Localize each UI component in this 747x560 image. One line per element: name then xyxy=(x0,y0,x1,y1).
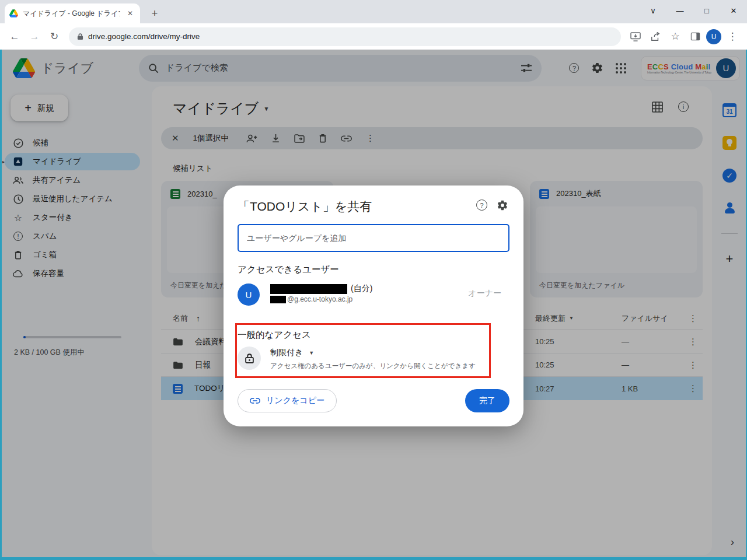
browser-tab[interactable]: マイドライブ - Google ドライブ ✕ xyxy=(5,4,140,23)
general-access-heading: 一般的なアクセス xyxy=(238,329,311,341)
redacted-email-prefix xyxy=(270,296,286,303)
share-dialog-title: 「TODOリスト」を共有 xyxy=(238,198,372,215)
forward-button[interactable]: → xyxy=(26,28,43,46)
install-app-icon[interactable] xyxy=(627,28,644,46)
capture-border-left xyxy=(0,50,2,560)
share-help-icon[interactable]: ? xyxy=(476,200,487,211)
reload-button[interactable]: ↻ xyxy=(46,28,63,46)
copy-link-label: リンクをコピー xyxy=(266,396,324,406)
drive-favicon xyxy=(9,9,18,18)
site-security-lock-icon xyxy=(77,33,83,40)
capture-border-bottom xyxy=(0,557,747,560)
people-with-access-heading: アクセスできるユーザー xyxy=(238,264,339,276)
browser-toolbar: ← → ↻ drive.google.com/drive/my-drive ☆ … xyxy=(0,23,747,50)
done-button[interactable]: 完了 xyxy=(465,389,509,412)
owner-avatar: U xyxy=(238,284,260,306)
close-window-button[interactable]: ✕ xyxy=(720,0,747,21)
lock-icon xyxy=(238,346,261,370)
chevron-down-icon: ▼ xyxy=(309,350,314,356)
browser-titlebar: マイドライブ - Google ドライブ ✕ + ∨ — □ ✕ xyxy=(0,0,747,23)
access-level-label: 制限付き xyxy=(270,348,303,358)
owner-self-label: (自分) xyxy=(351,284,372,294)
access-level-description: アクセス権のあるユーザーのみが、リンクから開くことができます xyxy=(270,362,476,370)
new-tab-button[interactable]: + xyxy=(147,6,162,21)
share-icon[interactable] xyxy=(647,28,664,46)
share-settings-gear-icon[interactable] xyxy=(497,200,508,211)
address-bar[interactable]: drive.google.com/drive/my-drive xyxy=(69,27,621,46)
bookmark-star-icon[interactable]: ☆ xyxy=(666,28,684,46)
maximize-button[interactable]: □ xyxy=(693,0,720,21)
minimize-button[interactable]: — xyxy=(666,0,693,21)
owner-role-label: オーナー xyxy=(468,288,501,299)
access-level-dropdown[interactable]: 制限付き ▼ xyxy=(270,348,314,358)
side-panel-icon[interactable] xyxy=(686,28,704,46)
browser-profile-avatar[interactable]: U xyxy=(706,29,721,44)
link-icon xyxy=(250,398,260,404)
tab-search-icon[interactable]: ∨ xyxy=(640,0,666,21)
redacted-owner-name xyxy=(270,284,347,294)
url-text: drive.google.com/drive/my-drive xyxy=(88,32,200,41)
owner-list-item: U (自分) @g.ecc.u-tokyo.ac.jp オーナー xyxy=(238,282,509,307)
tab-title: マイドライブ - Google ドライブ xyxy=(23,9,120,19)
browser-menu-icon[interactable]: ⋮ xyxy=(724,28,741,46)
copy-link-button[interactable]: リンクをコピー xyxy=(238,389,337,412)
share-dialog: 「TODOリスト」を共有 ? アクセスできるユーザー U (自分) @g.ecc… xyxy=(224,186,523,426)
tab-close-icon[interactable]: ✕ xyxy=(125,9,135,18)
owner-email-suffix: @g.ecc.u-tokyo.ac.jp xyxy=(287,295,352,303)
add-people-input[interactable] xyxy=(238,224,509,252)
back-button[interactable]: ← xyxy=(6,28,23,46)
